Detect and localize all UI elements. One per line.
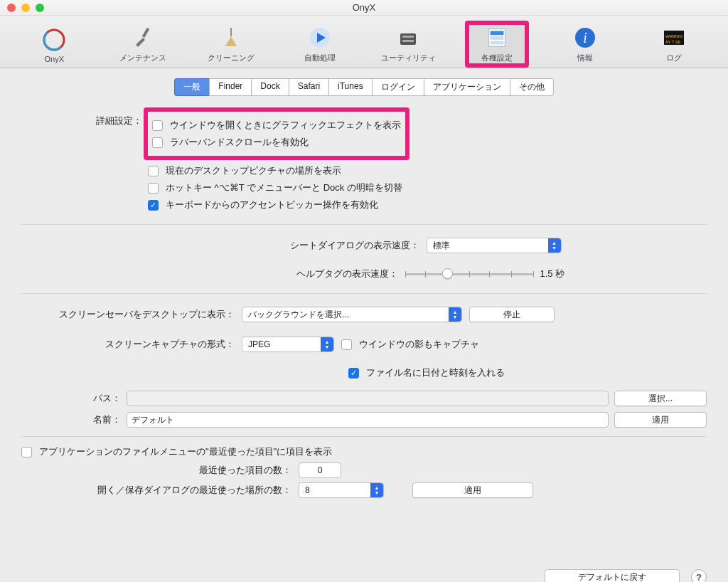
select-value: 標準: [433, 240, 450, 252]
checkbox-label: ラバーバンドスクロールを有効化: [170, 136, 309, 149]
name-field[interactable]: デフォルト: [127, 412, 609, 428]
tab-itunes[interactable]: iTunes: [328, 78, 372, 96]
toolbar-label: メンテナンス: [119, 53, 166, 63]
content-pane: 一般 Finder Dock Safari iTunes ログイン アプリケーシ…: [0, 68, 728, 582]
toolbar-item-cleaning[interactable]: クリーニング: [192, 25, 270, 63]
checkbox-graphic-effect[interactable]: [152, 120, 163, 131]
checkbox-label: ファイル名に日付と時刻を入れる: [366, 366, 505, 379]
tab-login[interactable]: ログイン: [372, 78, 424, 96]
tab-finder[interactable]: Finder: [209, 78, 251, 96]
checkbox-rubber-band[interactable]: [152, 137, 163, 148]
toolbar-item-maintenance[interactable]: メンテナンス: [104, 25, 182, 63]
capture-format-label: スクリーンキャプチャの形式：: [21, 338, 235, 351]
sheet-speed-label: シートダイアログの表示速度：: [167, 239, 419, 252]
helptag-speed-value: 1.5 秒: [540, 268, 583, 280]
helptag-speed-slider[interactable]: [405, 268, 533, 280]
window-title: OnyX: [0, 2, 728, 13]
chevron-updown-icon: [321, 337, 333, 351]
sheet-speed-select[interactable]: 標準: [427, 238, 562, 253]
svg-rect-10: [490, 41, 503, 45]
toolbar-label: クリーニング: [208, 53, 255, 63]
path-label: パス：: [21, 392, 121, 405]
onyx-icon: [41, 27, 67, 53]
svg-rect-7: [488, 29, 505, 47]
checkbox-show-recent[interactable]: [21, 447, 32, 457]
tab-bar: 一般 Finder Dock Safari iTunes ログイン アプリケーシ…: [21, 78, 707, 96]
screensaver-label: スクリーンセーバをデスクトップに表示：: [21, 308, 235, 321]
tab-other[interactable]: その他: [510, 78, 554, 96]
recent-places-select[interactable]: 8: [299, 482, 384, 498]
svg-rect-2: [142, 28, 149, 38]
svg-rect-9: [490, 36, 503, 40]
tools-icon: [130, 25, 156, 51]
chevron-updown-icon: [370, 483, 383, 497]
checkbox-label: キーボードからのアクセントピッカー操作を有効化: [166, 199, 378, 211]
recent-count-label: 最近使った項目の数：: [107, 464, 291, 477]
info-icon: i: [572, 25, 598, 51]
chevron-updown-icon: [548, 238, 561, 253]
svg-rect-4: [400, 33, 416, 45]
toolbar-label: ユーティリティ: [381, 53, 436, 63]
toolbar-item-info[interactable]: i 情報: [546, 25, 624, 63]
checkbox-label: 現在のデスクトップピクチャの場所を表示: [166, 164, 341, 177]
chevron-updown-icon: [449, 307, 461, 322]
toolbar-label: OnyX: [44, 55, 64, 63]
divider: [21, 436, 707, 437]
reset-defaults-button[interactable]: デフォルトに戻す: [545, 569, 680, 582]
checkbox-label: アプリケーションのファイルメニューの"最近使った項目"に項目を表示: [39, 445, 332, 458]
toolbar-item-log[interactable]: WARNINAY 7:36 ログ: [635, 25, 713, 63]
svg-text:AY 7:36: AY 7:36: [665, 40, 680, 44]
toolbar-label: ログ: [666, 53, 682, 63]
svg-text:i: i: [583, 30, 587, 46]
capture-format-select[interactable]: JPEG: [242, 337, 334, 352]
select-value: JPEG: [248, 339, 270, 349]
recent-places-label: 開く／保存ダイアログの最近使った場所の数：: [57, 484, 291, 497]
divider: [21, 224, 707, 225]
checkbox-accent-picker[interactable]: [148, 200, 159, 211]
checkbox-filename-datetime[interactable]: [348, 368, 359, 379]
svg-rect-5: [402, 36, 414, 38]
titlebar: OnyX: [0, 0, 728, 16]
select-button[interactable]: 選択...: [614, 391, 707, 406]
path-field[interactable]: ████████████████: [127, 391, 609, 406]
help-icon[interactable]: ?: [691, 569, 707, 582]
svg-rect-6: [402, 40, 414, 42]
checkbox-window-shadow[interactable]: [341, 339, 352, 350]
field-value: 0: [304, 465, 336, 475]
broom-icon: [218, 25, 244, 51]
svg-rect-8: [490, 31, 503, 36]
name-label: 名前：: [21, 413, 121, 426]
toolbar-item-automation[interactable]: 自動処理: [281, 25, 359, 63]
helptag-speed-label: ヘルプタグの表示速度：: [146, 268, 398, 280]
toolbar-item-utility[interactable]: ユーティリティ: [369, 25, 447, 63]
checkbox-label: ウインドウを開くときにグラフィックエフェクトを表示: [170, 119, 401, 132]
apply-recent-button[interactable]: 適用: [412, 482, 533, 498]
button-label: デフォルトに戻す: [578, 571, 646, 583]
divider: [21, 293, 707, 294]
svg-text:WARNIN: WARNIN: [665, 34, 682, 38]
toolbox-icon: [395, 25, 421, 51]
toolbar-item-onyx[interactable]: OnyX: [15, 27, 93, 63]
checkbox-label: ウインドウの影もキャプチャ: [359, 338, 479, 351]
field-value: デフォルト: [132, 414, 174, 426]
apply-name-button[interactable]: 適用: [614, 412, 707, 428]
tab-application[interactable]: アプリケーション: [424, 78, 510, 96]
log-icon: WARNINAY 7:36: [661, 25, 687, 51]
checkbox-desktop-picture[interactable]: [148, 166, 159, 176]
play-icon: [307, 25, 333, 51]
button-label: 停止: [503, 309, 520, 321]
screensaver-select[interactable]: バックグラウンドを選択...: [242, 307, 462, 322]
recent-count-field[interactable]: 0: [299, 462, 341, 478]
tab-safari[interactable]: Safari: [289, 78, 328, 96]
button-label: 選択...: [648, 393, 673, 405]
detail-heading: 詳細設定：: [21, 107, 142, 216]
toolbar: OnyX メンテナンス クリーニング 自動処理 ユーティリティ: [0, 16, 728, 68]
tab-dock[interactable]: Dock: [251, 78, 288, 96]
highlighted-options: ウインドウを開くときにグラフィックエフェクトを表示 ラバーバンドスクロールを有効…: [144, 107, 410, 160]
toolbar-label: 自動処理: [304, 53, 336, 63]
toolbar-item-parameters[interactable]: 各種設定: [458, 25, 536, 63]
checkbox-hotkey[interactable]: [148, 183, 159, 194]
stop-button[interactable]: 停止: [469, 307, 555, 322]
toolbar-label: 情報: [577, 53, 593, 63]
tab-general[interactable]: 一般: [174, 78, 209, 96]
